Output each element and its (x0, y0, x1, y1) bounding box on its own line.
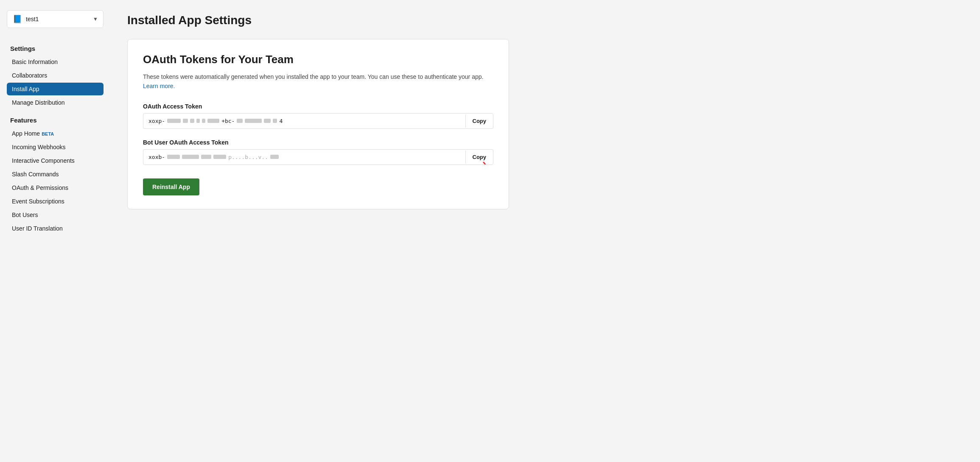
card-description: These tokens were automatically generate… (143, 72, 493, 91)
oauth-copy-button[interactable]: Copy (465, 114, 493, 128)
mask-block (167, 155, 180, 159)
mask-block (190, 119, 194, 123)
workspace-selector[interactable]: 📘 test1 ▼ (7, 10, 104, 28)
mask-block (264, 119, 271, 123)
mask-block (245, 119, 262, 123)
app-home-label: App Home (12, 130, 40, 137)
sidebar-item-incoming-webhooks[interactable]: Incoming Webhooks (7, 141, 104, 153)
oauth-token-suffix: 4 (279, 118, 283, 124)
copy-btn-wrapper: Copy (465, 150, 493, 164)
sidebar-item-interactive-components[interactable]: Interactive Components (7, 154, 104, 167)
sidebar-item-manage-distribution[interactable]: Manage Distribution (7, 96, 104, 109)
description-text: These tokens were automatically generate… (143, 73, 483, 80)
settings-section-header: Settings (7, 45, 104, 52)
learn-more-link[interactable]: Learn more. (143, 83, 175, 89)
mask-block (207, 119, 219, 123)
workspace-icon: 📘 (12, 14, 22, 24)
oauth-token-prefix: xoxp- (148, 118, 165, 124)
sidebar-item-user-id-translation[interactable]: User ID Translation (7, 222, 104, 235)
card-title: OAuth Tokens for Your Team (143, 53, 493, 66)
oauth-token-field: xoxp- +bc- 4 Copy (143, 113, 493, 129)
mask-block (270, 155, 279, 159)
sidebar-item-slash-commands[interactable]: Slash Commands (7, 168, 104, 181)
mask-block (182, 155, 199, 159)
mask-block (213, 155, 226, 159)
page-title: Installed App Settings (127, 14, 963, 27)
bot-token-mid: p....b...v.. (228, 154, 268, 160)
bot-token-section: Bot User OAuth Access Token xoxb- p....b… (143, 139, 493, 165)
oauth-token-mid: +bc- (221, 118, 235, 124)
reinstall-app-button[interactable]: Reinstall App (143, 178, 199, 195)
mask-block (167, 119, 181, 123)
bot-token-label: Bot User OAuth Access Token (143, 139, 493, 146)
sidebar-item-collaborators[interactable]: Collaborators (7, 69, 104, 82)
chevron-down-icon: ▼ (93, 16, 98, 22)
bot-token-prefix: xoxb- (148, 154, 165, 160)
workspace-name: test1 (26, 16, 90, 22)
main-content: Installed App Settings OAuth Tokens for … (110, 0, 980, 462)
bot-copy-button[interactable]: Copy (465, 150, 493, 164)
sidebar-item-event-subscriptions[interactable]: Event Subscriptions (7, 195, 104, 208)
bot-token-value: xoxb- p....b...v.. (143, 150, 465, 164)
sidebar-item-basic-information[interactable]: Basic Information (7, 56, 104, 68)
features-section-header: Features (7, 117, 104, 124)
oauth-token-section: OAuth Access Token xoxp- +bc- 4 (143, 103, 493, 129)
mask-block (273, 119, 277, 123)
sidebar: 📘 test1 ▼ Settings Basic Information Col… (0, 0, 110, 462)
oauth-token-label: OAuth Access Token (143, 103, 493, 110)
oauth-card: OAuth Tokens for Your Team These tokens … (127, 39, 509, 209)
sidebar-item-oauth-permissions[interactable]: OAuth & Permissions (7, 181, 104, 194)
mask-block (196, 119, 200, 123)
mask-block (201, 155, 211, 159)
oauth-token-value: xoxp- +bc- 4 (143, 114, 465, 128)
beta-badge: BETA (42, 131, 54, 136)
sidebar-item-bot-users[interactable]: Bot Users (7, 209, 104, 221)
mask-block (237, 119, 243, 123)
sidebar-item-app-home[interactable]: App HomeBETA (7, 127, 104, 140)
mask-block (183, 119, 188, 123)
bot-token-field: xoxb- p....b...v.. Copy (143, 149, 493, 165)
sidebar-item-install-app[interactable]: Install App (7, 83, 104, 95)
mask-block (202, 119, 205, 123)
